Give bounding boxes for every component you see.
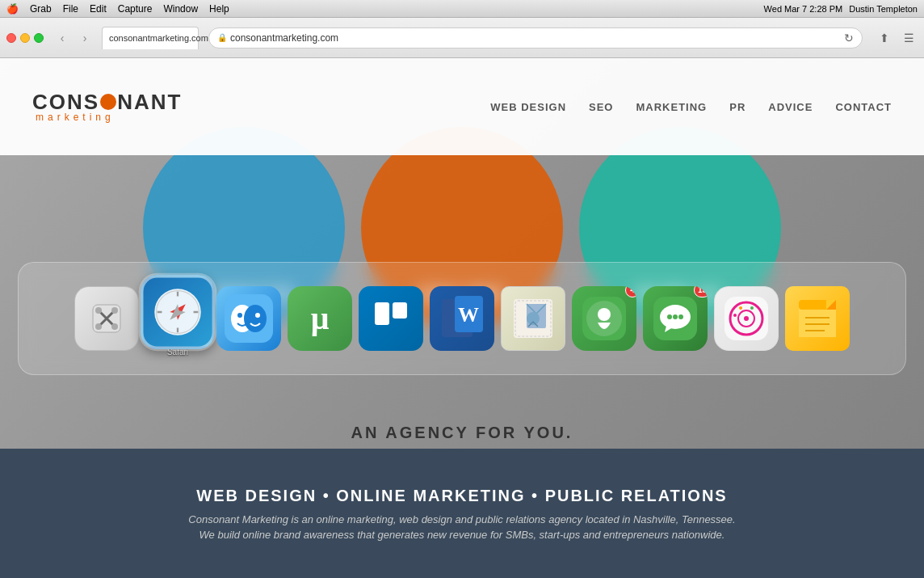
logo-nant: NANT <box>117 91 182 112</box>
scissors-icon <box>74 286 139 351</box>
svg-point-17 <box>244 305 267 332</box>
logo: CONS NANT marketing <box>32 91 182 122</box>
browser-actions: ⬆ ☰ <box>876 29 918 47</box>
system-time: Wed Mar 7 2:28 PM <box>764 4 843 14</box>
messages-icon: 13 <box>643 286 708 351</box>
music-icon <box>714 286 779 351</box>
svg-text:W: W <box>458 303 479 327</box>
nav-links: WEB DESIGN SEO MARKETING PR ADVICE CONTA… <box>490 101 892 113</box>
apple-menu[interactable]: 🍎 <box>6 3 19 15</box>
titlebar-right: Wed Mar 7 2:28 PM Dustin Templeton <box>764 4 918 14</box>
logo-o-circle <box>100 94 116 110</box>
menu-file[interactable]: File <box>63 3 78 15</box>
url-text: consonantmarketing.com <box>230 32 338 44</box>
bottom-desc1: Consonant Marketing is an online marketi… <box>188 513 735 525</box>
dock-item-messages[interactable]: 13 <box>643 286 708 351</box>
menu-help[interactable]: Help <box>209 3 229 15</box>
utorrent-icon: μ <box>288 286 352 351</box>
svg-point-43 <box>733 314 737 317</box>
dock-item-maps[interactable]: 4 <box>572 286 636 351</box>
svg-point-28 <box>527 312 540 325</box>
dock-item-safari[interactable]: Safari <box>145 280 210 357</box>
finder-icon <box>216 286 281 351</box>
sidebar-button[interactable]: ☰ <box>900 29 918 47</box>
back-button[interactable]: ‹ <box>53 29 71 47</box>
logo-consonant: CONS <box>32 91 99 112</box>
menu-grab[interactable]: Grab <box>30 3 52 15</box>
messages-badge: 13 <box>694 286 708 297</box>
dock-item-music[interactable] <box>714 286 779 351</box>
dock-item-mail[interactable] <box>501 286 565 351</box>
svg-point-40 <box>744 316 749 321</box>
logo-text: CONS NANT <box>32 91 182 112</box>
titlebar-menu: 🍎 Grab File Edit Capture Window Help <box>6 3 229 15</box>
logo-sub: marketing <box>32 112 182 122</box>
trello-icon <box>359 286 423 351</box>
dock-item-trello[interactable] <box>359 286 423 351</box>
nav-contact[interactable]: CONTACT <box>835 101 892 113</box>
maximize-button[interactable] <box>34 33 44 43</box>
tagline: AN AGENCY FOR YOU. <box>351 424 573 442</box>
site-nav: CONS NANT marketing WEB DESIGN SEO MARKE… <box>0 58 924 155</box>
minimize-button[interactable] <box>20 33 30 43</box>
svg-point-31 <box>598 308 611 321</box>
safari-icon <box>141 275 215 349</box>
svg-point-34 <box>667 314 672 319</box>
dock-item-scissors[interactable] <box>74 286 139 351</box>
stickies-icon <box>785 286 850 351</box>
menu-window[interactable]: Window <box>163 3 198 15</box>
dock-item-stickies[interactable] <box>785 286 850 351</box>
nav-marketing[interactable]: MARKETING <box>636 101 708 113</box>
maps-icon: 4 <box>572 286 636 351</box>
menu-edit[interactable]: Edit <box>90 3 107 15</box>
reload-button[interactable]: ↻ <box>844 32 854 44</box>
dock-item-finder[interactable] <box>216 286 281 351</box>
share-button[interactable]: ⬆ <box>876 29 893 47</box>
dock-item-utorrent[interactable]: μ <box>288 286 352 351</box>
svg-rect-20 <box>375 302 389 325</box>
browser-chrome: ‹ › consonantmarketing.com 🔒 consonantma… <box>0 18 924 58</box>
svg-point-35 <box>673 314 678 319</box>
traffic-lights <box>6 33 44 43</box>
svg-point-6 <box>111 323 118 330</box>
svg-point-3 <box>95 307 102 314</box>
close-button[interactable] <box>6 33 16 43</box>
svg-point-19 <box>255 313 260 318</box>
bottom-section: WEB DESIGN • ONLINE MARKETING • PUBLIC R… <box>0 449 924 578</box>
forward-button[interactable]: › <box>76 29 94 47</box>
svg-point-41 <box>739 306 742 310</box>
svg-point-4 <box>111 307 118 314</box>
svg-point-18 <box>237 313 242 318</box>
bottom-desc2: We build online brand awareness that gen… <box>200 529 725 541</box>
svg-rect-21 <box>393 302 407 319</box>
svg-point-5 <box>95 323 102 330</box>
word-icon: W <box>430 286 494 351</box>
browser-tab[interactable]: consonantmarketing.com <box>102 27 199 49</box>
maps-badge: 4 <box>625 286 636 297</box>
user-name: Dustin Templeton <box>849 4 918 14</box>
nav-web-design[interactable]: WEB DESIGN <box>490 101 566 113</box>
menu-capture[interactable]: Capture <box>118 3 153 15</box>
svg-point-36 <box>678 314 683 319</box>
bottom-title: WEB DESIGN • ONLINE MARKETING • PUBLIC R… <box>196 487 727 505</box>
titlebar: 🍎 Grab File Edit Capture Window Help Wed… <box>0 0 924 18</box>
nav-pr[interactable]: PR <box>729 101 746 113</box>
dock-overlay: Safari μ <box>18 262 906 375</box>
lock-icon: 🔒 <box>217 33 227 42</box>
website: CONS NANT marketing WEB DESIGN SEO MARKE… <box>0 58 924 578</box>
dock-item-word[interactable]: W <box>430 286 494 351</box>
svg-point-42 <box>750 306 754 310</box>
mail-icon <box>501 286 565 351</box>
nav-seo[interactable]: SEO <box>589 101 613 113</box>
nav-advice[interactable]: ADVICE <box>768 101 813 113</box>
address-bar[interactable]: 🔒 consonantmarketing.com ↻ <box>208 27 863 49</box>
tab-title: consonantmarketing.com <box>109 33 208 43</box>
